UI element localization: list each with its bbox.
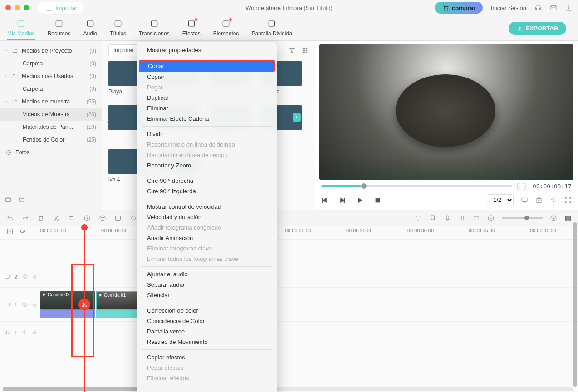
zoom-in-icon[interactable] [550,215,557,222]
seek-bar[interactable] [321,185,512,187]
tab-mis-medios[interactable]: Mis Medios [7,19,35,40]
marker-icon[interactable] [429,215,436,222]
color-icon[interactable] [99,215,106,222]
timeline[interactable]: 00:00:00:0000:00:05:0000:00:20:0000:00:2… [0,226,578,392]
clip-audio[interactable] [40,310,95,318]
login-link[interactable]: Iniciar Sesión [491,5,526,11]
fullscreen-icon[interactable] [564,196,572,204]
clip-audio[interactable] [96,310,137,318]
ctx-mostrar-propiedades[interactable]: Mostrar propiedades [137,45,277,55]
video-viewer[interactable] [319,44,573,180]
delete-icon[interactable] [37,215,44,222]
ctx-ajustar-el-audio[interactable]: Ajustar el audio [137,269,277,279]
mail-icon[interactable] [550,4,557,11]
play-icon[interactable] [357,197,363,204]
eye-icon[interactable] [22,274,28,279]
import-dropdown[interactable]: Importar [108,44,139,56]
sidebar-item[interactable]: Materiales de Pan...(10) [0,121,102,133]
redo-icon[interactable] [22,215,29,222]
tab-recursos[interactable]: Recursos [48,19,71,39]
horizontal-scrollbar[interactable] [3,387,573,391]
ctx-coincidencia-de-color[interactable]: Coincidencia de Color [137,316,277,326]
link-track-icon[interactable] [19,228,26,235]
ctx-cortar[interactable]: Cortar [139,60,275,72]
zoom-ratio-select[interactable]: 1/2 [487,194,514,206]
import-button[interactable]: Importar [38,2,84,14]
snapshot-icon[interactable] [535,196,543,204]
audio-track-1[interactable]: 1 [0,322,578,343]
new-folder-icon[interactable] [18,196,25,203]
prev-frame-icon[interactable] [321,197,328,204]
lock-icon[interactable] [32,330,37,335]
ctx-gire-90-derecha[interactable]: Gire 90 ° derecha [137,176,277,186]
keyframe-icon[interactable] [130,215,137,222]
zoom-out-icon[interactable] [487,215,495,222]
ctx-copiar[interactable]: Copiar [137,72,277,82]
ctx-velocidad-y-duraci-n[interactable]: Velocidad y duración [137,212,277,222]
video-track-2[interactable]: 2 [0,266,578,288]
undo-icon[interactable] [6,215,14,222]
tab-efectos[interactable]: Efectos [182,19,201,39]
timeline-clip-selected[interactable]: Comida 01 [96,291,137,310]
ctx-eliminar[interactable]: Eliminar [137,103,277,113]
tab-transiciones[interactable]: Transiciones [139,19,170,39]
sidebar-item[interactable]: Videos de Muestra(20) [0,108,102,121]
sidebar-item[interactable]: Medios más Usados(0) [0,70,102,83]
audio-mixer-icon[interactable] [458,215,465,222]
vertical-scrollbar[interactable] [573,222,577,387]
tab-pantalla-dividida[interactable]: Pantalla Dividida [251,19,292,39]
ctx-silenciar[interactable]: Silenciar [137,290,277,300]
mask-icon[interactable] [473,215,480,222]
ctx-gire-90-izquierda[interactable]: Gire 90 ° izquierda [137,186,277,196]
stop-icon[interactable] [374,197,381,204]
tab-títulos[interactable]: Títulos [110,19,126,39]
lock-icon[interactable] [32,274,37,279]
split-icon[interactable] [53,215,60,222]
display-icon[interactable] [521,196,528,204]
ctx-duplicar[interactable]: Duplicar [137,93,277,103]
ctx-rastreo-de-movimiento[interactable]: Rastreo de Movimiento [137,337,277,347]
ctx-mostrar-control-de-velocidad[interactable]: Mostrar control de velocidad [137,201,277,212]
sidebar-item[interactable]: Fondos de Color(25) [0,133,102,146]
ctx-copiar-efectos[interactable]: Copiar efectos [137,352,277,363]
sidebar-item[interactable]: Medios de Proyecto(0) [0,44,102,57]
sidebar-item[interactable]: Carpeta(0) [0,57,102,70]
render-icon[interactable] [415,215,422,222]
ctx-correcci-n-de-color[interactable]: Corrección de color [137,305,277,316]
minimize-window[interactable] [15,5,20,10]
greenscreen-icon[interactable] [114,215,122,222]
sidebar-item[interactable]: Medios de muestra(55) [0,95,102,108]
export-button[interactable]: EXPORTAR [509,22,566,35]
grid-view-icon[interactable] [301,47,309,54]
eye-icon[interactable] [22,302,28,308]
fit-icon[interactable] [564,215,572,222]
crop-icon[interactable] [68,215,75,222]
maximize-window[interactable] [24,5,29,10]
speed-icon[interactable] [83,215,91,222]
headset-icon[interactable] [534,4,542,11]
filter-icon[interactable] [289,47,296,54]
sidebar-collapse-icon[interactable] [104,119,112,126]
in-out-brackets[interactable]: { } [517,182,528,190]
ctx-a-adir-animaci-n[interactable]: Añadir Animación [137,233,277,243]
speaker-icon[interactable] [22,329,28,335]
tab-elementos[interactable]: Elementos [213,19,239,39]
sidebar-item[interactable]: Fotos [0,146,102,159]
add-track-icon[interactable] [6,228,14,235]
next-frame-icon[interactable] [339,197,346,204]
scissors-icon[interactable] [78,299,90,310]
tab-audio[interactable]: Audio [83,19,97,39]
volume-icon[interactable] [550,196,557,204]
ctx-separar-audio[interactable]: Separar audio [137,279,277,290]
lock-icon[interactable] [32,302,37,307]
ctx-eliminar-efecto-cadena[interactable]: Eliminar Efecto Cadena [137,113,277,124]
voiceover-icon[interactable] [444,215,451,222]
buy-button[interactable]: comprar [435,2,483,14]
new-bin-icon[interactable] [5,196,12,203]
close-window[interactable] [5,5,11,10]
sidebar-item[interactable]: Carpeta(0) [0,83,102,95]
ctx-pantalla-verde[interactable]: Pantalla verde [137,326,277,337]
ctx-dividir[interactable]: Dividir [137,129,277,139]
ctx-activar-el-magnetismo-de-la-l-nea-de-tiempo[interactable]: Activar el magnetismo de la línea de tie… [137,388,277,392]
zoom-slider[interactable] [502,217,543,219]
